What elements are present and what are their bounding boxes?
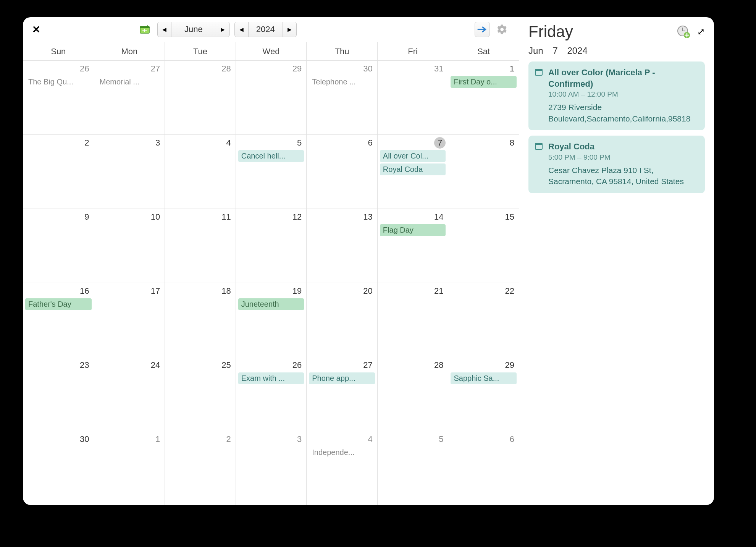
day-cell[interactable]: 29: [236, 60, 307, 134]
next-year-button[interactable]: ▶: [283, 22, 296, 37]
day-cell[interactable]: 26Exam with ...: [236, 357, 307, 431]
month-grid: 26The Big Qu...27Memorial ...282930Telep…: [23, 60, 519, 505]
day-cell[interactable]: 28: [165, 60, 236, 134]
calendar-event[interactable]: Memorial ...: [97, 76, 163, 88]
day-cell[interactable]: 15: [448, 209, 519, 283]
day-number: 21: [432, 285, 446, 297]
day-cell[interactable]: 13: [306, 209, 377, 283]
add-event-icon[interactable]: [677, 25, 690, 39]
day-cell[interactable]: 27Memorial ...: [94, 60, 165, 134]
day-cell[interactable]: 24: [94, 357, 165, 431]
calendar-event[interactable]: Cancel hell...: [238, 150, 304, 162]
day-number: 6: [366, 137, 375, 149]
day-cell[interactable]: 14Flag Day: [377, 209, 448, 283]
day-cell[interactable]: 3: [94, 134, 165, 209]
event-title: All over Color (Maricela P - Confirmed): [548, 67, 699, 89]
day-cell[interactable]: 19Juneteenth: [236, 283, 307, 357]
day-cell[interactable]: 26The Big Qu...: [23, 60, 94, 134]
day-number: 19: [290, 285, 304, 297]
prev-year-button[interactable]: ◀: [235, 22, 249, 37]
day-cell[interactable]: 5: [377, 431, 448, 505]
day-cell[interactable]: 31: [377, 60, 448, 134]
day-number: 16: [78, 285, 91, 297]
day-cell[interactable]: 4: [165, 134, 236, 209]
calendar-event[interactable]: Independe...: [309, 447, 375, 458]
close-icon[interactable]: ✕: [32, 24, 40, 36]
calendar-event[interactable]: Telephone ...: [309, 76, 375, 88]
day-cell[interactable]: 1: [94, 431, 165, 505]
day-number: 14: [432, 211, 446, 223]
day-cell[interactable]: 6: [448, 431, 519, 505]
day-number: 5: [436, 434, 446, 445]
day-cell[interactable]: 25: [165, 357, 236, 431]
calendar-event[interactable]: Flag Day: [380, 224, 446, 236]
calendar-event[interactable]: Royal Coda: [380, 163, 446, 175]
day-cell[interactable]: 2: [165, 431, 236, 505]
weekday-label: Wed: [236, 42, 307, 60]
event-location: 2739 Riverside Boulevard,Sacramento,Cali…: [548, 102, 699, 124]
import-icon[interactable]: [137, 22, 153, 37]
year-spinner: ◀ 2024 ▶: [234, 22, 297, 37]
day-cell[interactable]: 20: [306, 283, 377, 357]
month-spinner: ◀ June ▶: [157, 22, 230, 37]
day-cell[interactable]: 3: [236, 431, 307, 505]
toolbar: ✕ ◀ June ▶ ◀ 2024 ▶: [23, 17, 519, 42]
weekday-label: Sat: [448, 42, 519, 60]
calendar-event[interactable]: Exam with ...: [238, 372, 304, 384]
day-number: 26: [78, 63, 91, 74]
next-month-button[interactable]: ▶: [216, 22, 229, 37]
day-number: 11: [219, 211, 233, 223]
event-title: Royal Coda: [548, 141, 699, 152]
calendar-pane: ✕ ◀ June ▶ ◀ 2024 ▶: [23, 17, 519, 505]
day-cell[interactable]: 29Sapphic Sa...: [448, 357, 519, 431]
month-label[interactable]: June: [171, 22, 216, 37]
day-cell[interactable]: 2: [23, 134, 94, 209]
expand-icon[interactable]: ⤢: [697, 26, 705, 37]
day-cell[interactable]: 22: [448, 283, 519, 357]
day-cell[interactable]: 4Independe...: [306, 431, 377, 505]
day-cell[interactable]: 28: [377, 357, 448, 431]
event-time: 5:00 PM – 9:00 PM: [548, 153, 699, 162]
svg-rect-7: [535, 143, 542, 145]
calendar-event[interactable]: First Day o...: [451, 76, 517, 88]
day-cell[interactable]: 11: [165, 209, 236, 283]
calendar-event[interactable]: Father's Day: [25, 298, 92, 310]
day-cell[interactable]: 23: [23, 357, 94, 431]
calendar-event[interactable]: The Big Qu...: [25, 76, 92, 88]
event-card[interactable]: All over Color (Maricela P - Confirmed)1…: [528, 61, 705, 130]
calendar-event[interactable]: Phone app...: [309, 372, 375, 384]
day-cell[interactable]: 27Phone app...: [306, 357, 377, 431]
day-number: 22: [503, 285, 517, 297]
day-number: 13: [361, 211, 375, 223]
day-number: 9: [82, 211, 91, 223]
day-number: 31: [432, 63, 446, 74]
day-cell[interactable]: 6: [306, 134, 377, 209]
day-cell[interactable]: 1First Day o...: [448, 60, 519, 134]
day-number: 7: [434, 137, 446, 149]
settings-button[interactable]: [494, 22, 510, 37]
day-cell[interactable]: 8: [448, 134, 519, 209]
day-number: 23: [78, 359, 91, 371]
prev-month-button[interactable]: ◀: [158, 22, 171, 37]
goto-button[interactable]: [475, 22, 490, 37]
day-number: 29: [290, 63, 304, 74]
day-cell[interactable]: 12: [236, 209, 307, 283]
event-card[interactable]: Royal Coda5:00 PM – 9:00 PMCesar Chavez …: [528, 136, 705, 193]
day-cell[interactable]: 30: [23, 431, 94, 505]
day-cell[interactable]: 30Telephone ...: [306, 60, 377, 134]
calendar-event[interactable]: Sapphic Sa...: [451, 372, 517, 384]
day-cell[interactable]: 10: [94, 209, 165, 283]
year-label[interactable]: 2024: [249, 22, 283, 37]
day-cell[interactable]: 7All over Col...Royal Coda: [377, 134, 448, 209]
detail-pane: Friday ⤢ Jun 7 2024 All over Color (Mari…: [519, 17, 714, 505]
day-number: 27: [149, 63, 162, 74]
day-cell[interactable]: 9: [23, 209, 94, 283]
calendar-event[interactable]: All over Col...: [380, 150, 446, 162]
day-cell[interactable]: 18: [165, 283, 236, 357]
day-cell[interactable]: 17: [94, 283, 165, 357]
day-cell[interactable]: 5Cancel hell...: [236, 134, 307, 209]
day-cell[interactable]: 16Father's Day: [23, 283, 94, 357]
calendar-event[interactable]: Juneteenth: [238, 298, 304, 310]
day-cell[interactable]: 21: [377, 283, 448, 357]
weekday-label: Fri: [377, 42, 448, 60]
